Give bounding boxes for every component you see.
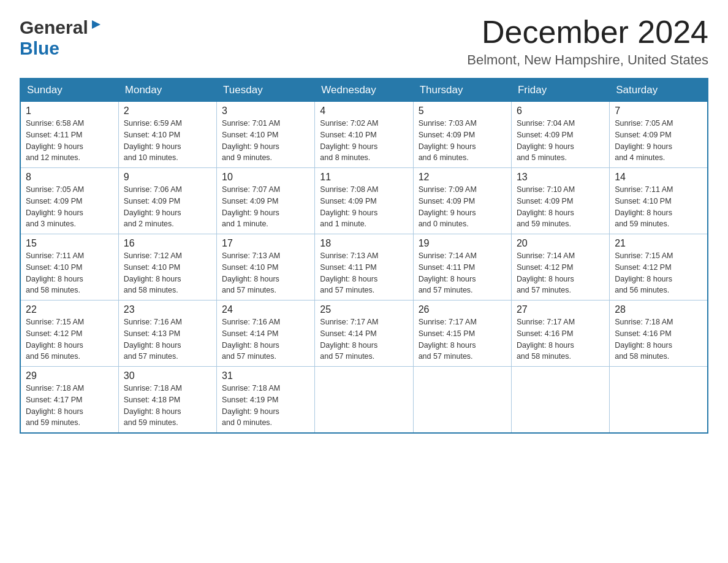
day-info: Sunrise: 7:07 AMSunset: 4:09 PMDaylight:… [222,185,280,228]
day-number: 30 [124,370,211,381]
calendar-cell: 8 Sunrise: 7:05 AMSunset: 4:09 PMDayligh… [20,168,118,234]
day-info: Sunrise: 6:58 AMSunset: 4:11 PMDaylight:… [26,119,84,162]
day-number: 10 [222,172,309,183]
calendar-cell: 6 Sunrise: 7:04 AMSunset: 4:09 PMDayligh… [511,102,609,168]
day-number: 21 [615,238,702,249]
logo: General Blue [20,15,103,59]
day-number: 5 [419,105,506,117]
calendar-cell: 21 Sunrise: 7:15 AMSunset: 4:12 PMDaylig… [610,234,708,301]
day-number: 12 [419,172,506,183]
title-block: December 2024 Belmont, New Hampshire, Un… [467,15,708,68]
calendar-cell: 30 Sunrise: 7:18 AMSunset: 4:18 PMDaylig… [118,367,216,434]
calendar-cell: 14 Sunrise: 7:11 AMSunset: 4:10 PMDaylig… [610,168,708,234]
day-info: Sunrise: 7:14 AMSunset: 4:11 PMDaylight:… [419,251,477,294]
day-number: 23 [124,304,211,315]
day-info: Sunrise: 7:18 AMSunset: 4:19 PMDaylight:… [222,384,280,427]
calendar-cell: 29 Sunrise: 7:18 AMSunset: 4:17 PMDaylig… [20,367,118,434]
weekday-wednesday: Wednesday [315,79,413,102]
page-header: General Blue December 2024 Belmont, New … [20,15,708,68]
day-number: 2 [124,105,211,117]
calendar-cell: 19 Sunrise: 7:14 AMSunset: 4:11 PMDaylig… [413,234,511,301]
weekday-saturday: Saturday [610,79,708,102]
calendar-cell: 7 Sunrise: 7:05 AMSunset: 4:09 PMDayligh… [610,102,708,168]
calendar-cell [315,367,413,434]
day-number: 27 [517,304,604,315]
day-number: 24 [222,304,309,315]
calendar-cell: 31 Sunrise: 7:18 AMSunset: 4:19 PMDaylig… [217,367,315,434]
weekday-thursday: Thursday [413,79,511,102]
calendar-cell: 15 Sunrise: 7:11 AMSunset: 4:10 PMDaylig… [20,234,118,301]
day-number: 22 [26,304,113,315]
calendar-cell: 27 Sunrise: 7:17 AMSunset: 4:16 PMDaylig… [511,301,609,367]
calendar-cell: 5 Sunrise: 7:03 AMSunset: 4:09 PMDayligh… [413,102,511,168]
day-info: Sunrise: 7:17 AMSunset: 4:14 PMDaylight:… [320,318,378,361]
logo-general-text: General [20,17,88,38]
day-number: 7 [615,105,702,117]
day-number: 25 [320,304,408,315]
calendar-cell: 23 Sunrise: 7:16 AMSunset: 4:13 PMDaylig… [118,301,216,367]
day-info: Sunrise: 7:17 AMSunset: 4:16 PMDaylight:… [517,318,575,361]
day-number: 13 [517,172,604,183]
day-info: Sunrise: 7:18 AMSunset: 4:18 PMDaylight:… [124,384,182,427]
calendar-cell: 3 Sunrise: 7:01 AMSunset: 4:10 PMDayligh… [217,102,315,168]
weekday-monday: Monday [118,79,216,102]
calendar-title: December 2024 [467,15,708,50]
day-info: Sunrise: 7:10 AMSunset: 4:09 PMDaylight:… [517,185,575,228]
day-number: 19 [419,238,506,249]
calendar-table: SundayMondayTuesdayWednesdayThursdayFrid… [20,78,708,434]
day-info: Sunrise: 7:15 AMSunset: 4:12 PMDaylight:… [615,251,673,294]
calendar-subtitle: Belmont, New Hampshire, United States [467,52,708,68]
weekday-sunday: Sunday [20,79,118,102]
calendar-cell: 2 Sunrise: 6:59 AMSunset: 4:10 PMDayligh… [118,102,216,168]
day-info: Sunrise: 7:06 AMSunset: 4:09 PMDaylight:… [124,185,182,228]
day-number: 18 [320,238,408,249]
calendar-week-row: 1 Sunrise: 6:58 AMSunset: 4:11 PMDayligh… [20,102,708,168]
day-info: Sunrise: 7:11 AMSunset: 4:10 PMDaylight:… [26,251,84,294]
calendar-cell: 1 Sunrise: 6:58 AMSunset: 4:11 PMDayligh… [20,102,118,168]
svg-marker-0 [92,20,100,29]
day-info: Sunrise: 7:05 AMSunset: 4:09 PMDaylight:… [615,119,673,162]
weekday-tuesday: Tuesday [217,79,315,102]
day-info: Sunrise: 6:59 AMSunset: 4:10 PMDaylight:… [124,119,182,162]
day-number: 17 [222,238,309,249]
day-info: Sunrise: 7:01 AMSunset: 4:10 PMDaylight:… [222,119,280,162]
calendar-cell: 13 Sunrise: 7:10 AMSunset: 4:09 PMDaylig… [511,168,609,234]
day-info: Sunrise: 7:05 AMSunset: 4:09 PMDaylight:… [26,185,84,228]
day-info: Sunrise: 7:12 AMSunset: 4:10 PMDaylight:… [124,251,182,294]
day-info: Sunrise: 7:16 AMSunset: 4:14 PMDaylight:… [222,318,280,361]
day-info: Sunrise: 7:16 AMSunset: 4:13 PMDaylight:… [124,318,182,361]
calendar-cell [511,367,609,434]
calendar-cell: 18 Sunrise: 7:13 AMSunset: 4:11 PMDaylig… [315,234,413,301]
calendar-cell: 26 Sunrise: 7:17 AMSunset: 4:15 PMDaylig… [413,301,511,367]
day-info: Sunrise: 7:04 AMSunset: 4:09 PMDaylight:… [517,119,575,162]
calendar-cell: 24 Sunrise: 7:16 AMSunset: 4:14 PMDaylig… [217,301,315,367]
day-number: 15 [26,238,113,249]
calendar-cell [610,367,708,434]
day-number: 6 [517,105,604,117]
day-number: 4 [320,105,408,117]
calendar-week-row: 22 Sunrise: 7:15 AMSunset: 4:12 PMDaylig… [20,301,708,367]
day-number: 28 [615,304,702,315]
day-info: Sunrise: 7:18 AMSunset: 4:16 PMDaylight:… [615,318,673,361]
calendar-cell: 11 Sunrise: 7:08 AMSunset: 4:09 PMDaylig… [315,168,413,234]
calendar-week-row: 8 Sunrise: 7:05 AMSunset: 4:09 PMDayligh… [20,168,708,234]
calendar-cell: 9 Sunrise: 7:06 AMSunset: 4:09 PMDayligh… [118,168,216,234]
day-number: 20 [517,238,604,249]
calendar-cell: 17 Sunrise: 7:13 AMSunset: 4:10 PMDaylig… [217,234,315,301]
calendar-cell: 12 Sunrise: 7:09 AMSunset: 4:09 PMDaylig… [413,168,511,234]
day-number: 29 [26,370,113,381]
calendar-cell: 10 Sunrise: 7:07 AMSunset: 4:09 PMDaylig… [217,168,315,234]
day-info: Sunrise: 7:02 AMSunset: 4:10 PMDaylight:… [320,119,378,162]
day-number: 31 [222,370,309,381]
day-number: 9 [124,172,211,183]
day-info: Sunrise: 7:15 AMSunset: 4:12 PMDaylight:… [26,318,84,361]
calendar-week-row: 15 Sunrise: 7:11 AMSunset: 4:10 PMDaylig… [20,234,708,301]
day-number: 1 [26,105,113,117]
calendar-cell: 25 Sunrise: 7:17 AMSunset: 4:14 PMDaylig… [315,301,413,367]
day-info: Sunrise: 7:09 AMSunset: 4:09 PMDaylight:… [419,185,477,228]
calendar-cell: 22 Sunrise: 7:15 AMSunset: 4:12 PMDaylig… [20,301,118,367]
calendar-cell [413,367,511,434]
calendar-cell: 16 Sunrise: 7:12 AMSunset: 4:10 PMDaylig… [118,234,216,301]
day-number: 26 [419,304,506,315]
day-info: Sunrise: 7:08 AMSunset: 4:09 PMDaylight:… [320,185,378,228]
